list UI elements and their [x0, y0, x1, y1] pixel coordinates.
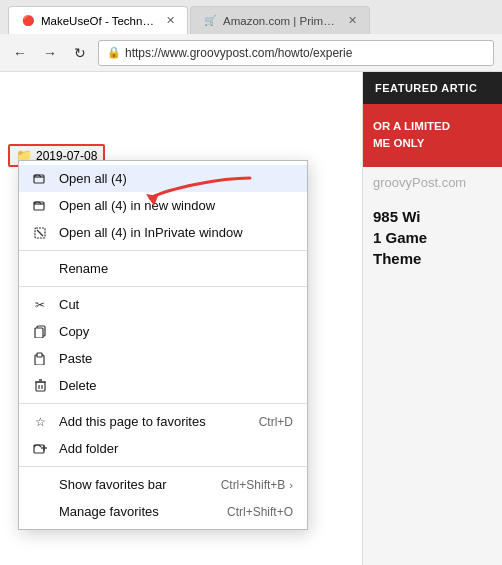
nav-bar: ← → ↻ 🔒 https://www.groovypost.com/howto…	[0, 34, 502, 72]
svg-rect-7	[37, 353, 42, 357]
forward-icon: →	[43, 45, 57, 61]
tab-favicon-inactive: 🛒	[203, 14, 217, 28]
context-menu: Open all (4) Open all (4) in new window	[18, 160, 308, 530]
tab-favicon-active: 🔴	[21, 14, 35, 28]
open-all-new-icon	[31, 197, 49, 215]
open-all-icon	[31, 170, 49, 188]
svg-line-3	[37, 230, 43, 236]
manage-favorites-shortcut: Ctrl+Shift+O	[227, 505, 293, 519]
refresh-button[interactable]: ↻	[68, 41, 92, 65]
inprivate-icon	[31, 224, 49, 242]
menu-item-paste[interactable]: Paste	[19, 345, 307, 372]
star-icon: ☆	[31, 413, 49, 431]
site-promo: OR A LIMITED ME ONLY	[363, 104, 502, 167]
site-watermark: groovyPost.com	[363, 167, 502, 198]
rename-label: Rename	[59, 261, 108, 276]
menu-item-delete[interactable]: Delete	[19, 372, 307, 399]
tab-label-active: MakeUseOf - Technology, Simpl...	[41, 15, 156, 27]
back-button[interactable]: ←	[8, 41, 32, 65]
back-icon: ←	[13, 45, 27, 61]
site-header: FEATURED ARTIC	[363, 72, 502, 104]
delete-icon	[31, 377, 49, 395]
browser-frame: 🔴 MakeUseOf - Technology, Simpl... ✕ 🛒 A…	[0, 0, 502, 565]
add-folder-icon	[31, 440, 49, 458]
separator-4	[19, 466, 307, 467]
cut-label: Cut	[59, 297, 79, 312]
copy-icon	[31, 323, 49, 341]
svg-rect-5	[35, 328, 43, 338]
add-folder-label: Add folder	[59, 441, 118, 456]
paste-label: Paste	[59, 351, 92, 366]
site-headline: 985 Wi 1 Game Theme	[363, 198, 502, 277]
submenu-arrow-icon: ›	[289, 479, 293, 491]
address-text: https://www.groovypost.com/howto/experie	[125, 46, 352, 60]
tab-close-inactive[interactable]: ✕	[348, 14, 357, 27]
separator-1	[19, 250, 307, 251]
paste-icon	[31, 350, 49, 368]
tab-bar: 🔴 MakeUseOf - Technology, Simpl... ✕ 🛒 A…	[0, 0, 502, 34]
show-favorites-bar-shortcut: Ctrl+Shift+B	[221, 478, 286, 492]
website-background: FEATURED ARTIC OR A LIMITED ME ONLY groo…	[362, 72, 502, 565]
separator-3	[19, 403, 307, 404]
tab-close-active[interactable]: ✕	[166, 14, 175, 27]
tab-active[interactable]: 🔴 MakeUseOf - Technology, Simpl... ✕	[8, 6, 188, 34]
show-favorites-bar-label: Show favorites bar	[59, 477, 167, 492]
open-all-label: Open all (4)	[59, 171, 127, 186]
manage-favorites-label: Manage favorites	[59, 504, 159, 519]
delete-label: Delete	[59, 378, 97, 393]
menu-item-add-to-favorites[interactable]: ☆ Add this page to favorites Ctrl+D	[19, 408, 307, 435]
refresh-icon: ↻	[74, 45, 86, 61]
add-to-favorites-shortcut: Ctrl+D	[259, 415, 293, 429]
tab-inactive[interactable]: 🛒 Amazon.com | Prime Day 2019 ✕	[190, 6, 370, 34]
menu-item-rename[interactable]: Rename	[19, 255, 307, 282]
lock-icon: 🔒	[107, 46, 121, 59]
svg-rect-8	[36, 382, 45, 391]
menu-item-open-all-new[interactable]: Open all (4) in new window	[19, 192, 307, 219]
forward-button[interactable]: →	[38, 41, 62, 65]
menu-item-copy[interactable]: Copy	[19, 318, 307, 345]
address-bar[interactable]: 🔒 https://www.groovypost.com/howto/exper…	[98, 40, 494, 66]
menu-item-add-folder[interactable]: Add folder	[19, 435, 307, 462]
menu-item-open-all-inprivate[interactable]: Open all (4) in InPrivate window	[19, 219, 307, 246]
separator-2	[19, 286, 307, 287]
copy-label: Copy	[59, 324, 89, 339]
open-all-inprivate-label: Open all (4) in InPrivate window	[59, 225, 243, 240]
menu-item-cut[interactable]: ✂ Cut	[19, 291, 307, 318]
open-all-new-label: Open all (4) in new window	[59, 198, 215, 213]
tab-label-inactive: Amazon.com | Prime Day 2019	[223, 15, 338, 27]
content-area: FEATURED ARTIC OR A LIMITED ME ONLY groo…	[0, 72, 502, 565]
menu-item-manage-favorites[interactable]: Manage favorites Ctrl+Shift+O	[19, 498, 307, 525]
menu-item-open-all[interactable]: Open all (4)	[19, 165, 307, 192]
menu-item-show-favorites-bar[interactable]: Show favorites bar Ctrl+Shift+B ›	[19, 471, 307, 498]
add-to-favorites-label: Add this page to favorites	[59, 414, 206, 429]
cut-icon: ✂	[31, 296, 49, 314]
